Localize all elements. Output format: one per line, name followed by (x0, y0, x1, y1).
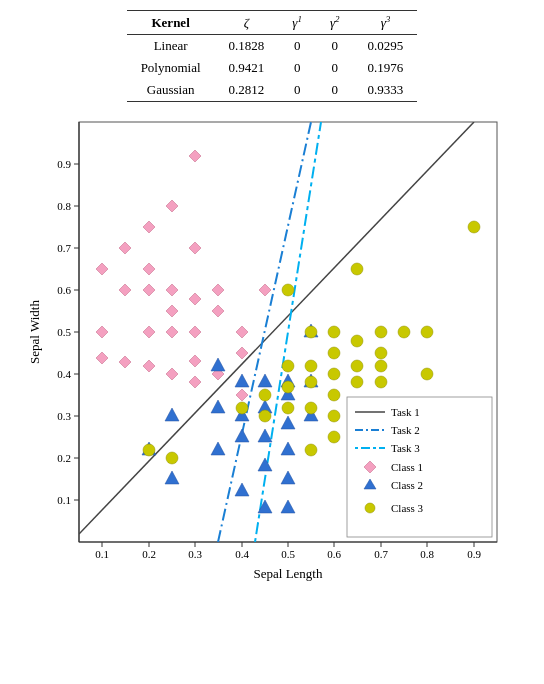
table-row: Gaussian 0.2812 0 0 0.9333 (127, 79, 418, 102)
svg-point-89 (328, 389, 340, 401)
svg-point-101 (398, 326, 410, 338)
svg-point-79 (259, 389, 271, 401)
kernel-name: Linear (127, 35, 215, 58)
col-header-zeta: ζ (215, 11, 279, 35)
legend-class2-label: Class 2 (391, 479, 423, 491)
svg-point-98 (375, 360, 387, 372)
svg-point-100 (375, 347, 387, 359)
svg-point-91 (328, 347, 340, 359)
svg-point-105 (305, 444, 317, 456)
y-tick: 0.9 (57, 158, 71, 170)
x-tick: 0.4 (235, 548, 249, 560)
kernel-name: Gaussian (127, 79, 215, 102)
gamma3-val: 0.9333 (354, 79, 418, 102)
zeta-val: 0.9421 (215, 57, 279, 79)
x-tick: 0.7 (374, 548, 388, 560)
svg-point-92 (328, 326, 340, 338)
gamma2-val: 0 (316, 35, 354, 58)
svg-point-78 (259, 410, 271, 422)
y-tick: 0.3 (57, 410, 71, 422)
table-row: Polynomial 0.9421 0 0 0.1976 (127, 57, 418, 79)
svg-point-84 (305, 402, 317, 414)
x-tick: 0.1 (95, 548, 109, 560)
svg-point-104 (468, 221, 480, 233)
svg-point-103 (421, 326, 433, 338)
y-tick: 0.6 (57, 284, 71, 296)
x-tick: 0.9 (467, 548, 481, 560)
svg-point-80 (282, 402, 294, 414)
scatter-plot: 0.1 0.2 0.3 0.4 0.5 0.6 0.7 (27, 112, 517, 602)
svg-point-90 (328, 368, 340, 380)
svg-point-87 (305, 326, 317, 338)
y-axis-label: Sepal Width (27, 300, 42, 364)
gamma1-val: 0 (278, 35, 316, 58)
x-tick: 0.6 (327, 548, 341, 560)
legend-class1-label: Class 1 (391, 461, 423, 473)
y-tick: 0.4 (57, 368, 71, 380)
svg-point-99 (375, 326, 387, 338)
y-tick: 0.8 (57, 200, 71, 212)
gamma1-val: 0 (278, 57, 316, 79)
chart-container: 0.1 0.2 0.3 0.4 0.5 0.6 0.7 (20, 112, 524, 602)
page-container: Kernel ζ γ1 γ2 γ3 Linear 0.1828 0 0 0.02… (0, 0, 544, 612)
col-header-gamma3: γ3 (354, 11, 418, 35)
kernel-table: Kernel ζ γ1 γ2 γ3 Linear 0.1828 0 0 0.02… (127, 10, 418, 102)
svg-point-93 (351, 376, 363, 388)
svg-point-76 (166, 452, 178, 464)
x-tick: 0.3 (188, 548, 202, 560)
svg-point-94 (351, 360, 363, 372)
x-tick: 0.2 (142, 548, 156, 560)
x-axis-label: Sepal Length (254, 566, 323, 581)
col-header-kernel: Kernel (127, 11, 215, 35)
svg-point-81 (282, 381, 294, 393)
svg-point-86 (305, 360, 317, 372)
zeta-val: 0.1828 (215, 35, 279, 58)
y-tick: 0.2 (57, 452, 71, 464)
legend-class3-icon (365, 503, 375, 513)
y-tick: 0.5 (57, 326, 71, 338)
svg-point-96 (351, 263, 363, 275)
zeta-val: 0.2812 (215, 79, 279, 102)
gamma2-val: 0 (316, 57, 354, 79)
table-row: Linear 0.1828 0 0 0.0295 (127, 35, 418, 58)
svg-point-77 (236, 402, 248, 414)
y-tick: 0.1 (57, 494, 71, 506)
svg-point-82 (282, 360, 294, 372)
svg-point-102 (421, 368, 433, 380)
table-container: Kernel ζ γ1 γ2 γ3 Linear 0.1828 0 0 0.02… (20, 10, 524, 102)
gamma3-val: 0.0295 (354, 35, 418, 58)
legend-task2-label: Task 2 (391, 424, 420, 436)
x-tick: 0.5 (281, 548, 295, 560)
svg-point-97 (375, 376, 387, 388)
gamma2-val: 0 (316, 79, 354, 102)
svg-point-83 (282, 284, 294, 296)
kernel-name: Polynomial (127, 57, 215, 79)
col-header-gamma1: γ1 (278, 11, 316, 35)
x-tick: 0.8 (420, 548, 434, 560)
legend-task1-label: Task 1 (391, 406, 420, 418)
svg-point-85 (305, 376, 317, 388)
svg-point-75 (143, 444, 155, 456)
legend-task3-label: Task 3 (391, 442, 420, 454)
y-tick: 0.7 (57, 242, 71, 254)
svg-point-106 (328, 431, 340, 443)
col-header-gamma2: γ2 (316, 11, 354, 35)
gamma3-val: 0.1976 (354, 57, 418, 79)
svg-point-88 (328, 410, 340, 422)
gamma1-val: 0 (278, 79, 316, 102)
svg-point-95 (351, 335, 363, 347)
legend-class3-label: Class 3 (391, 502, 424, 514)
chart-wrapper: 0.1 0.2 0.3 0.4 0.5 0.6 0.7 (27, 112, 517, 602)
